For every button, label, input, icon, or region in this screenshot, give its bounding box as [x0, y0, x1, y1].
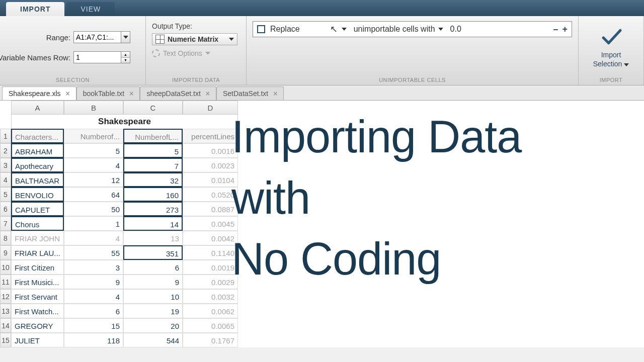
grid-cell[interactable]: CAPULET — [11, 202, 64, 216]
tab-import[interactable]: IMPORT — [6, 2, 64, 16]
row-header[interactable]: 7 — [0, 216, 11, 231]
grid-cell[interactable]: 10 — [123, 289, 183, 304]
row-header[interactable]: 6 — [0, 202, 11, 216]
row-header[interactable]: 9 — [0, 245, 11, 260]
grid-cell[interactable]: Chorus — [11, 216, 64, 231]
grid-cell[interactable]: 5 — [64, 143, 123, 158]
grid-cell[interactable]: 1 — [64, 216, 123, 231]
varrow-input[interactable] — [73, 51, 121, 63]
grid-cell[interactable]: 6 — [123, 260, 183, 275]
grid-cell[interactable]: 4 — [64, 289, 123, 304]
grid-cell[interactable]: FRIAR LAU... — [11, 245, 64, 260]
grid-cell[interactable]: Characters... — [11, 129, 64, 143]
grid-cell[interactable]: 0.0029 — [183, 275, 238, 289]
add-rule-button[interactable]: + — [562, 24, 568, 35]
row-header[interactable]: 11 — [0, 275, 11, 289]
row-header[interactable]: 10 — [0, 260, 11, 275]
tab-view[interactable]: VIEW — [66, 2, 115, 16]
grid-cell[interactable]: 0.0045 — [183, 216, 238, 231]
column-header-b[interactable]: B — [64, 101, 123, 115]
grid-cell[interactable]: 4 — [64, 231, 123, 245]
grid-cell[interactable]: 20 — [123, 318, 183, 333]
grid-cell[interactable]: 0.1767 — [183, 333, 238, 347]
grid-cell[interactable]: 0.0016 — [183, 143, 238, 158]
row-header[interactable]: 8 — [0, 231, 11, 245]
grid-cell[interactable]: FRIAR JOHN — [11, 231, 64, 245]
column-header-c[interactable]: C — [123, 101, 183, 115]
grid-cell[interactable]: 32 — [123, 172, 183, 187]
grid-cell[interactable]: 0.0019 — [183, 260, 238, 275]
grid-cell[interactable]: JULIET — [11, 333, 64, 347]
grid-cell[interactable]: 5 — [123, 143, 183, 158]
column-header-d[interactable]: D — [183, 101, 238, 115]
grid-cell[interactable]: 13 — [123, 231, 183, 245]
remove-rule-button[interactable]: – — [553, 24, 558, 35]
grid-cell[interactable]: 0.0520 — [183, 187, 238, 202]
replace-value[interactable]: 0.0 — [450, 25, 480, 34]
close-icon[interactable]: × — [206, 89, 210, 98]
grid-cell[interactable]: 6 — [64, 304, 123, 318]
text-options-button[interactable]: Text Options — [152, 49, 240, 57]
grid-cell[interactable]: 0.0023 — [183, 158, 238, 172]
replace-checkbox[interactable] — [257, 25, 265, 33]
grid-cell[interactable]: 0.0042 — [183, 231, 238, 245]
file-tab-booktable[interactable]: bookTable.txt× — [76, 86, 140, 100]
grid-cell[interactable]: GREGORY — [11, 318, 64, 333]
grid-cell[interactable]: 9 — [64, 275, 123, 289]
grid-cell[interactable]: 19 — [123, 304, 183, 318]
varrow-spinner[interactable]: ▲▼ — [121, 51, 130, 63]
column-header-a[interactable]: A — [11, 101, 64, 115]
file-tab-sheepdataset[interactable]: sheepDataSet.txt× — [140, 86, 216, 100]
grid-cell[interactable]: First Citizen — [11, 260, 64, 275]
grid-cell[interactable]: NumberofL... — [123, 129, 183, 143]
grid-cell[interactable]: ABRAHAM — [11, 143, 64, 158]
row-header[interactable]: 3 — [0, 158, 11, 172]
row-header[interactable]: 12 — [0, 289, 11, 304]
grid-cell[interactable]: BALTHASAR — [11, 172, 64, 187]
grid-cell[interactable]: 7 — [123, 158, 183, 172]
file-tab-shakespeare[interactable]: Shakespeare.xls× — [2, 86, 76, 100]
file-tab-setdataset[interactable]: SetDataSet.txt× — [216, 86, 284, 100]
row-header[interactable]: 13 — [0, 304, 11, 318]
grid-cell[interactable]: 0.0062 — [183, 304, 238, 318]
grid-cell[interactable]: 0.0104 — [183, 172, 238, 187]
import-selection-button[interactable]: Import Selection — [593, 50, 629, 68]
grid-cell[interactable]: 12 — [64, 172, 123, 187]
grid-cell[interactable]: 15 — [64, 318, 123, 333]
grid-cell[interactable]: First Watch... — [11, 304, 64, 318]
output-type-dropdown[interactable]: Numeric Matrix — [152, 33, 237, 45]
grid-cell[interactable]: Numberof... — [64, 129, 123, 143]
row-header[interactable]: 1 — [0, 129, 11, 143]
row-header[interactable]: 2 — [0, 143, 11, 158]
grid-cell[interactable]: 4 — [64, 158, 123, 172]
grid-cell[interactable]: First Musici... — [11, 275, 64, 289]
grid-cell[interactable]: BENVOLIO — [11, 187, 64, 202]
grid-cell[interactable]: 9 — [123, 275, 183, 289]
grid-cell[interactable]: Apothecary — [11, 158, 64, 172]
row-header[interactable]: 15 — [0, 333, 11, 347]
grid-cell[interactable]: 351 — [123, 245, 183, 260]
grid-cell[interactable]: 64 — [64, 187, 123, 202]
grid-cell[interactable]: 160 — [123, 187, 183, 202]
row-header[interactable]: 4 — [0, 172, 11, 187]
grid-cell[interactable]: 0.0887 — [183, 202, 238, 216]
grid-cell[interactable]: 50 — [64, 202, 123, 216]
grid-cell[interactable]: percentLines — [183, 129, 238, 143]
range-dropdown[interactable] — [121, 31, 130, 43]
row-header[interactable]: 5 — [0, 187, 11, 202]
replace-dropdown[interactable] — [342, 28, 347, 31]
grid-cell[interactable]: First Servant — [11, 289, 64, 304]
grid-cell[interactable]: 55 — [64, 245, 123, 260]
grid-cell[interactable]: 14 — [123, 216, 183, 231]
grid-cell[interactable]: 0.1140 — [183, 245, 238, 260]
grid-cell[interactable]: 273 — [123, 202, 183, 216]
row-header[interactable]: 14 — [0, 318, 11, 333]
grid-cell[interactable]: 544 — [123, 333, 183, 347]
grid-cell[interactable]: 3 — [64, 260, 123, 275]
grid-cell[interactable]: 0.0032 — [183, 289, 238, 304]
grid-cell[interactable]: 0.0065 — [183, 318, 238, 333]
with-dropdown[interactable] — [438, 28, 443, 31]
close-icon[interactable]: × — [66, 89, 70, 98]
range-input[interactable] — [73, 31, 121, 43]
close-icon[interactable]: × — [129, 89, 133, 98]
